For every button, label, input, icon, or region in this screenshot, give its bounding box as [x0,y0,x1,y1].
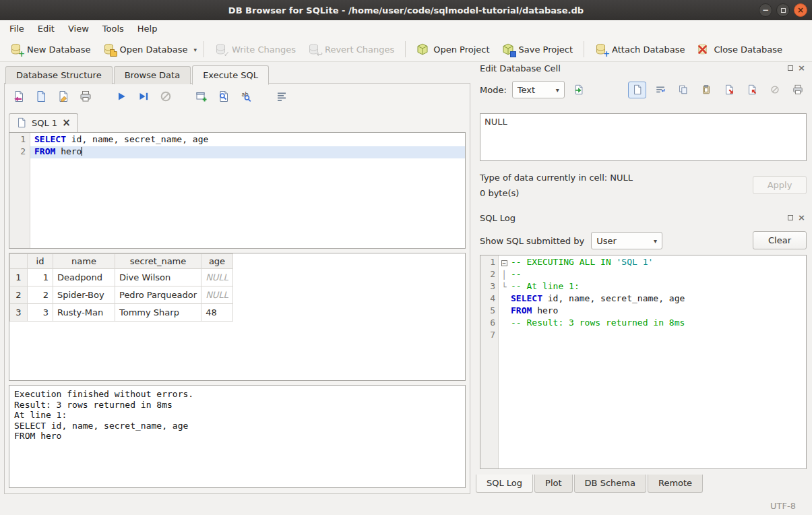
write-changes-button[interactable]: ✓ Write Changes [209,40,302,59]
table-cell[interactable]: 3 [28,304,53,322]
save-project-button[interactable]: Save Project [496,40,580,59]
menu-file[interactable]: File [3,22,31,36]
line-content: -- Result: 3 rows returned in 8ms [509,317,806,330]
menu-tools[interactable]: Tools [96,22,131,36]
execute-sql-pane: ab SQL 1 × 1SELECT id, name, secret_name… [4,83,470,494]
line-number: 2 [9,146,30,158]
open-sql-file-icon[interactable] [11,89,26,104]
column-header[interactable]: secret_name [115,254,201,269]
print-sql-icon[interactable] [78,89,93,104]
execute-current-line-icon[interactable] [136,89,151,104]
menu-edit[interactable]: Edit [31,22,61,36]
attach-database-button[interactable]: + Attach Database [589,40,691,59]
new-sql-tab-icon[interactable] [194,89,209,104]
close-database-button[interactable]: Close Database [691,40,788,59]
sql-tab-close-icon[interactable]: × [62,119,71,127]
sql-log-view[interactable]: 1−-- EXECUTING ALL IN 'SQL 1'2│--3└-- At… [480,255,807,469]
table-cell[interactable]: Spider-Boy [53,286,115,304]
float-panel-icon[interactable] [788,215,793,220]
results-table: idnamesecret_nameage11DeadpondDive Wilso… [9,253,233,322]
copy-icon[interactable] [674,82,692,98]
tab-remote[interactable]: Remote [648,475,703,493]
line-content: -- At line 1: [509,281,806,293]
fold-collapse-icon[interactable]: − [501,260,507,266]
print-cell-icon[interactable] [788,82,807,98]
row-number[interactable]: 1 [10,269,28,286]
menu-view[interactable]: View [61,22,96,36]
revert-changes-button[interactable]: ↩ Revert Changes [302,40,400,59]
table-cell[interactable]: NULL [201,286,233,304]
minimize-button[interactable]: − [759,3,772,17]
tab-db-schema[interactable]: DB Schema [574,475,646,493]
close-button[interactable]: × [794,3,807,17]
log-line: 5FROM hero [480,305,806,317]
open-project-label: Open Project [433,44,489,55]
float-panel-icon[interactable] [788,65,793,71]
tab-browse-data[interactable]: Browse Data [114,66,191,84]
tab-sql-log[interactable]: SQL Log [476,475,533,493]
table-cell[interactable]: Deadpond [53,269,115,286]
table-cell[interactable]: NULL [201,269,233,286]
apply-button[interactable]: Apply [753,176,807,194]
menu-help[interactable]: Help [131,22,164,36]
editor-line[interactable]: 2FROM hero [9,146,465,158]
close-panel-icon[interactable]: × [798,65,805,71]
encoding-selector[interactable]: UTF-8 [770,501,796,511]
text-document-icon[interactable] [628,82,646,98]
column-header[interactable]: id [28,254,53,269]
toolbar-separator [584,41,584,57]
tab-database-structure[interactable]: Database Structure [5,66,113,84]
table-cell[interactable]: 48 [201,304,233,322]
line-content: FROM hero [30,146,465,158]
code-token: -- At line 1: [511,281,580,291]
open-database-button[interactable]: Open Database [97,40,194,59]
find-icon[interactable] [216,89,231,104]
table-cell[interactable]: Pedro Parqueador [115,286,201,304]
code-token: -- [511,269,522,279]
save-sql-file-icon[interactable] [34,89,49,104]
tab-execute-sql[interactable]: Execute SQL [192,65,269,85]
mode-select[interactable]: Text ▾ [512,81,565,98]
table-cell[interactable]: Rusty-Man [53,304,115,322]
clear-log-button[interactable]: Clear [753,231,807,249]
sql-file-icon [16,117,27,128]
row-number[interactable]: 3 [10,304,28,322]
save-sql-as-icon[interactable] [56,89,71,104]
table-row: 33Rusty-ManTommy Sharp48 [10,304,233,322]
stop-icon[interactable] [158,89,173,104]
new-database-button[interactable]: + New Database [4,40,97,59]
word-wrap-icon[interactable] [651,82,669,98]
table-cell[interactable]: 1 [28,269,53,286]
table-cell[interactable]: Dive Wilson [115,269,201,286]
log-filter-select[interactable]: User ▾ [591,232,662,249]
cell-editor[interactable]: NULL [480,113,807,161]
main-toolbar: + New Database Open Database ▾ ✓ Write C… [0,37,812,62]
close-panel-icon[interactable]: × [798,215,805,220]
toggle-results-view-icon[interactable] [274,89,289,104]
table-cell[interactable]: Tommy Sharp [115,304,201,322]
paste-icon[interactable] [697,82,715,98]
maximize-button[interactable] [776,3,790,17]
open-project-button[interactable]: Open Project [410,40,495,59]
set-null-icon[interactable] [766,82,784,98]
column-header[interactable]: age [201,254,233,269]
titlebar: DB Browser for SQLite - /home/user/code/… [0,0,812,20]
export-file-icon[interactable] [743,82,761,98]
table-cell[interactable]: 2 [28,286,53,304]
sql-tab[interactable]: SQL 1 × [9,113,78,132]
import-file-icon[interactable] [720,82,738,98]
cell-size-info: 0 byte(s) [480,188,519,198]
find-replace-icon[interactable]: ab [239,89,253,104]
text-cursor [82,147,82,156]
column-header[interactable]: name [53,254,115,269]
row-number[interactable]: 2 [10,286,28,304]
code-token: hero [55,146,82,156]
open-database-dropdown-icon[interactable]: ▾ [193,42,199,56]
import-data-icon[interactable] [570,82,588,98]
sql-editor[interactable]: 1SELECT id, name, secret_name, age2FROM … [9,132,466,249]
tab-plot[interactable]: Plot [534,475,573,493]
editor-line[interactable]: 1SELECT id, name, secret_name, age [9,134,465,146]
execute-all-icon[interactable] [114,89,129,104]
fold-marker[interactable]: − [499,257,509,269]
results-grid[interactable]: idnamesecret_nameage11DeadpondDive Wilso… [9,253,466,381]
